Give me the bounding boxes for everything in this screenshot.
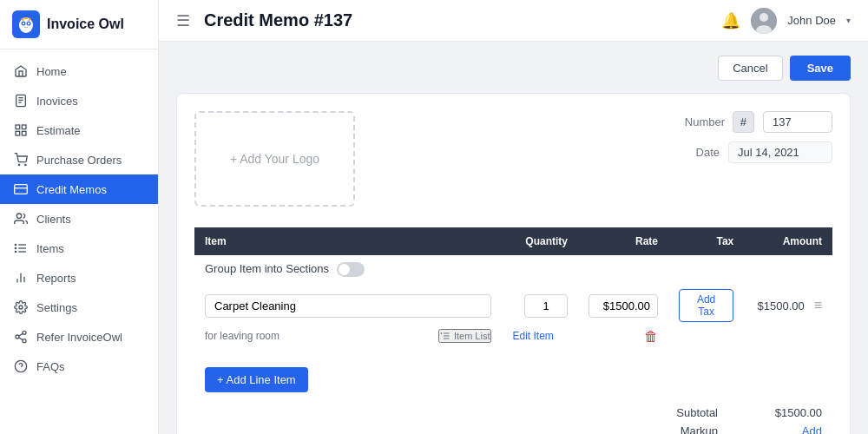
svg-point-14 bbox=[18, 164, 19, 165]
sidebar-item-purchase-orders[interactable]: Purchase Orders bbox=[0, 145, 158, 174]
bell-icon[interactable]: 🔔 bbox=[721, 11, 740, 30]
delete-item-icon[interactable]: 🗑 bbox=[644, 329, 658, 344]
svg-point-23 bbox=[15, 247, 16, 248]
edit-item-link[interactable]: Edit Item bbox=[512, 330, 553, 342]
user-name: John Doe bbox=[787, 14, 836, 27]
number-hash: # bbox=[733, 111, 754, 133]
sidebar-item-clients[interactable]: Clients bbox=[0, 204, 158, 233]
item-description-input[interactable] bbox=[205, 330, 438, 342]
col-quantity: Quantity bbox=[502, 227, 578, 255]
sidebar-item-settings-label: Settings bbox=[36, 301, 77, 314]
sidebar-item-items-label: Items bbox=[36, 242, 64, 255]
sidebar-item-home-label: Home bbox=[36, 65, 67, 78]
help-circle-icon bbox=[14, 359, 28, 373]
markup-row: Markup Add bbox=[657, 424, 822, 434]
col-amount: Amount bbox=[744, 227, 832, 255]
sidebar-item-faqs-label: FAQs bbox=[36, 360, 65, 373]
credit-memo-card: + Add Your Logo Number # Date bbox=[176, 93, 851, 434]
sidebar-item-reports-label: Reports bbox=[36, 272, 76, 285]
add-line-item-button[interactable]: + Add Line Item bbox=[205, 367, 308, 392]
credit-card-icon bbox=[14, 182, 28, 196]
chevron-down-icon[interactable]: ▾ bbox=[846, 16, 851, 25]
group-label: Group Item into Sections bbox=[205, 262, 329, 275]
shopping-cart-icon bbox=[14, 153, 28, 167]
item-list-button[interactable]: Item List bbox=[438, 329, 492, 343]
markup-add-button[interactable]: Add bbox=[753, 424, 822, 434]
users-icon bbox=[14, 212, 28, 226]
sidebar-item-purchase-orders-label: Purchase Orders bbox=[36, 154, 122, 167]
svg-point-42 bbox=[441, 333, 442, 334]
number-row: Number # bbox=[685, 111, 832, 133]
owl-logo-icon bbox=[12, 10, 40, 38]
group-toggle[interactable] bbox=[337, 262, 365, 277]
col-tax: Tax bbox=[668, 227, 744, 255]
quantity-input[interactable] bbox=[524, 294, 568, 318]
number-input[interactable] bbox=[763, 111, 832, 133]
svg-rect-13 bbox=[22, 131, 26, 135]
home-icon bbox=[14, 64, 28, 78]
cancel-button[interactable]: Cancel bbox=[718, 56, 782, 81]
sidebar-item-reports[interactable]: Reports bbox=[0, 263, 158, 293]
top-actions: Cancel Save bbox=[176, 56, 851, 81]
grid-icon bbox=[14, 123, 28, 137]
card-top: + Add Your Logo Number # Date bbox=[194, 111, 832, 207]
group-row: Group Item into Sections bbox=[194, 255, 832, 284]
svg-point-28 bbox=[19, 306, 23, 309]
rate-input[interactable] bbox=[589, 294, 658, 318]
number-label: Number bbox=[685, 115, 724, 128]
sidebar-item-invoices[interactable]: Inovices bbox=[0, 86, 158, 115]
hamburger-icon[interactable]: ☰ bbox=[176, 11, 190, 30]
sidebar-item-credit-memos[interactable]: Credit Memos bbox=[0, 174, 158, 204]
date-row: Date bbox=[681, 141, 832, 163]
col-item: Item bbox=[194, 227, 502, 255]
content-area: Cancel Save + Add Your Logo Number # Dat… bbox=[159, 42, 868, 434]
header-right: 🔔 John Doe ▾ bbox=[721, 8, 851, 34]
logo-placeholder-text: + Add Your Logo bbox=[230, 152, 319, 166]
avatar bbox=[751, 8, 777, 34]
svg-rect-10 bbox=[16, 125, 20, 129]
sidebar-item-estimate[interactable]: Estimate bbox=[0, 115, 158, 145]
add-line-area: + Add Line Item bbox=[194, 360, 832, 406]
sidebar-item-invoices-label: Inovices bbox=[36, 95, 78, 108]
share-icon bbox=[14, 330, 28, 344]
add-tax-button[interactable]: Add Tax bbox=[679, 289, 733, 322]
sidebar-item-home[interactable]: Home bbox=[0, 56, 158, 86]
col-rate: Rate bbox=[578, 227, 668, 255]
sidebar-nav: Home Inovices Estimate Purchase Orders bbox=[0, 49, 158, 434]
svg-line-32 bbox=[19, 338, 23, 340]
row-menu-icon[interactable]: ≡ bbox=[814, 298, 822, 312]
app-name: Invoice Owl bbox=[47, 16, 124, 32]
page-title: Credit Memo #137 bbox=[204, 10, 707, 30]
svg-point-24 bbox=[15, 251, 16, 252]
svg-point-4 bbox=[23, 23, 24, 24]
sidebar-logo: Invoice Owl bbox=[0, 0, 158, 49]
item-amount: $1500.00 bbox=[758, 299, 805, 312]
sidebar-item-credit-memos-label: Credit Memos bbox=[36, 183, 107, 196]
svg-point-18 bbox=[16, 214, 21, 218]
sidebar-item-clients-label: Clients bbox=[36, 213, 71, 226]
file-text-icon bbox=[14, 94, 28, 108]
items-table: Item Quantity Rate Tax Amount Group Item… bbox=[194, 227, 832, 350]
card-meta: Number # Date bbox=[681, 111, 832, 163]
date-label: Date bbox=[681, 146, 720, 159]
svg-point-15 bbox=[25, 164, 26, 165]
sidebar-item-refer[interactable]: Refer InvoiceOwl bbox=[0, 322, 158, 352]
list-icon bbox=[14, 241, 28, 255]
logo-upload-area[interactable]: + Add Your Logo bbox=[194, 111, 355, 207]
date-input[interactable] bbox=[728, 141, 832, 163]
svg-point-22 bbox=[15, 244, 16, 245]
sidebar-item-faqs[interactable]: FAQs bbox=[0, 352, 158, 381]
subtotal-row: Subtotal $1500.00 bbox=[657, 406, 822, 419]
sidebar-item-items[interactable]: Items bbox=[0, 233, 158, 263]
sidebar: Invoice Owl Home Inovices Estimate bbox=[0, 0, 159, 434]
svg-rect-12 bbox=[16, 131, 20, 135]
item-name-input[interactable] bbox=[205, 294, 491, 318]
markup-label: Markup bbox=[657, 424, 718, 434]
save-button[interactable]: Save bbox=[790, 56, 851, 81]
sidebar-item-estimate-label: Estimate bbox=[36, 124, 81, 137]
table-row: Add Tax $1500.00 ≡ bbox=[194, 284, 832, 327]
svg-point-37 bbox=[760, 13, 768, 22]
svg-point-5 bbox=[28, 23, 30, 24]
item-list-label: Item List bbox=[454, 331, 490, 341]
sidebar-item-settings[interactable]: Settings bbox=[0, 293, 158, 322]
